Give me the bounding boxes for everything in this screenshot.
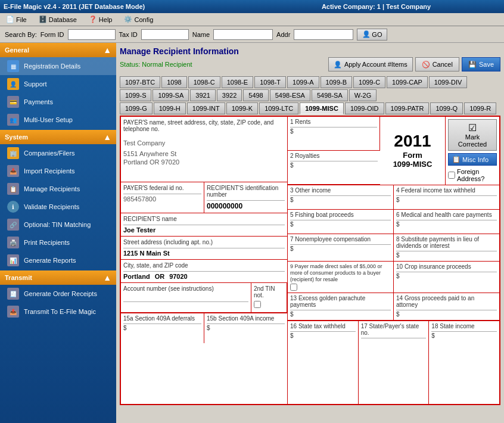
checkmark-icon: ☑ [452,122,493,133]
tin-label: 2nd TIN not. [254,285,284,298]
name-input[interactable] [213,29,273,40]
tab-1099-int[interactable]: 1099-INT [187,102,225,114]
payer-address-box: PAYER'S name, street address, city, stat… [121,117,287,182]
sidebar-item-registration[interactable]: ▦ Registration Details [0,57,116,75]
title-bar: E-File Magic v2.4 - 2011 (JET Database M… [0,0,504,13]
payments-icon: 💳 [7,96,19,108]
tab-1098[interactable]: 1098 [161,76,186,88]
year-form-box: 2011 Form1099-MISC [380,117,446,185]
sidebar-item-support[interactable]: 👤 Support [0,75,116,93]
tab-5498-sa[interactable]: 5498-SA [312,89,348,101]
cancel-button-top[interactable]: 🚫 Cancel [415,57,459,71]
tab-1099-ltc[interactable]: 1099-LTC [259,102,298,114]
tab-1099-b[interactable]: 1099-B [321,76,352,88]
box9-checkbox[interactable] [290,284,297,291]
sidebar-item-tin[interactable]: 🔗 Optional: TIN Matching [0,216,116,234]
tab-1098-t[interactable]: 1098-T [254,76,286,88]
box17-val [361,338,427,346]
tab-1099-a[interactable]: 1099-A [287,76,319,88]
tin-checkbox[interactable] [254,301,261,308]
s409a-deferrals-cell: 15a Section 409A deferrals $ [121,313,204,343]
form-header-area: 1 Rents $ 2 Royalties $ 2011 [288,117,499,185]
menu-file[interactable]: 📄 File [2,14,30,24]
menu-help[interactable]: ❓ Help [85,14,116,24]
save-icon-top: 💾 [468,61,477,69]
apply-button[interactable]: 👤 Apply Account #Items [328,57,413,71]
sidebar-section-header-system[interactable]: System ▲ [0,130,116,144]
tab-1099-s[interactable]: 1099-S [120,89,151,101]
form-id-label: Form ID [41,31,64,38]
tab-1099-div[interactable]: 1099-DIV [429,76,467,88]
sidebar-item-transmit[interactable]: 📤 Transmit To E-File Magic [0,303,116,321]
city-label: City, state, and ZIP code [123,262,285,269]
collapse-icon-transmit: ▲ [103,273,111,282]
misc-info-icon: 📋 [452,155,461,163]
box6-label: 6 Medical and health care payments [396,212,497,218]
tab-1099-g[interactable]: 1099-G [120,102,153,114]
box1-val: $ [290,127,377,135]
box7-val: $ [290,244,391,253]
search-bar: Search By: Form ID Tax ID Name Addr 👤 GO [0,26,504,43]
tabs-row-3: 1099-G 1099-H 1099-INT 1099-K 1099-LTC 1… [120,102,500,114]
tab-1097-btc[interactable]: 1097-BTC [120,76,160,88]
tab-1099-oid[interactable]: 1099-OID [345,102,384,114]
save-button-top[interactable]: 💾 Save [462,57,500,71]
mark-corrected-button[interactable]: ☑ Mark Corrected [448,119,497,151]
sidebar-section-header-general[interactable]: General ▲ [0,43,116,57]
form-rows: 3 Other income $ 4 Federal income tax wi… [288,185,499,404]
box8-cell: 8 Substitute payments in lieu of dividen… [394,234,499,261]
tab-1099-c[interactable]: 1099-C [353,76,385,88]
tab-1099-patr[interactable]: 1099-PATR [385,102,430,114]
form-row-3-4: 3 Other income $ 4 Federal income tax wi… [288,185,499,210]
sidebar-item-payments[interactable]: 💳 Payments [0,93,116,111]
sidebar-item-import[interactable]: 📥 Import Recipients [0,162,116,180]
tax-id-input[interactable] [141,29,189,40]
tab-3921[interactable]: 3921 [190,89,215,101]
sidebar-section-header-transmit[interactable]: Transmit ▲ [0,270,116,285]
box10-label: 10 Crop insurance proceeds [396,263,497,270]
misc-info-button[interactable]: 📋 Misc Info [448,153,497,166]
sidebar-item-manage[interactable]: 📋 Manage Recipients [0,180,116,198]
tab-1099-r[interactable]: 1099-R [464,102,496,114]
menu-config[interactable]: ⚙️ Config [120,14,157,24]
reports-icon: 📊 [7,254,19,266]
box18-val: $ [431,331,497,340]
app-title: E-File Magic v2.4 - 2011 (JET Database M… [4,3,252,10]
sidebar-item-print[interactable]: 🖨️ Print Recipients [0,234,116,251]
tab-3922[interactable]: 3922 [217,89,242,101]
addr-input[interactable] [294,29,353,40]
sidebar-item-validate[interactable]: ℹ Validate Recipients [0,198,116,216]
tab-1099-h[interactable]: 1099-H [154,102,186,114]
tab-1099-misc[interactable]: 1099-MISC [300,102,344,114]
tax-id-label: Tax ID [119,31,138,38]
tab-1099-q[interactable]: 1099-Q [430,102,463,114]
sidebar-item-companies[interactable]: 🏢 Companies/Filers [0,144,116,162]
main-layout: General ▲ ▦ Registration Details 👤 Suppo… [0,43,504,423]
support-icon: 👤 [7,78,19,90]
sidebar-item-multiuser[interactable]: 👥 Multi-User Setup [0,111,116,129]
collapse-icon: ▲ [103,45,111,55]
box1-label: 1 Rents [290,119,377,125]
tab-1098-e[interactable]: 1098-E [222,76,253,88]
tin-icon: 🔗 [7,219,19,231]
sidebar-section-system: System ▲ 🏢 Companies/Filers 📥 Import Rec… [0,130,116,269]
config-icon: ⚙️ [124,15,132,23]
tab-1098-c[interactable]: 1098-C [188,76,220,88]
go-button[interactable]: 👤 GO [357,29,387,41]
transmit-icon: 📤 [7,306,19,318]
tab-5498-esa[interactable]: 5498-ESA [270,89,310,101]
tab-1099-sa[interactable]: 1099-SA [153,89,189,101]
recipient-id-box: RECIPIENT'S identification number 000000… [204,182,287,213]
menu-database[interactable]: 🗄️ Database [35,14,80,24]
tab-5498[interactable]: 5498 [243,89,268,101]
tab-w2g[interactable]: W-2G [349,89,377,101]
form-id-input[interactable] [68,29,116,40]
person-icon: 👤 [362,30,371,38]
sidebar-item-reports[interactable]: 📊 Generate Reports [0,251,116,269]
tab-1099-k[interactable]: 1099-K [226,102,258,114]
tab-1099-cap[interactable]: 1099-CAP [387,76,428,88]
box4-label: 4 Federal income tax withheld [396,187,497,194]
foreign-address-checkbox[interactable] [448,172,455,179]
city-state-box: City, state, and ZIP code Portland OR 97… [121,260,287,283]
sidebar-item-receipts[interactable]: 🧾 Generate Order Receipts [0,285,116,303]
